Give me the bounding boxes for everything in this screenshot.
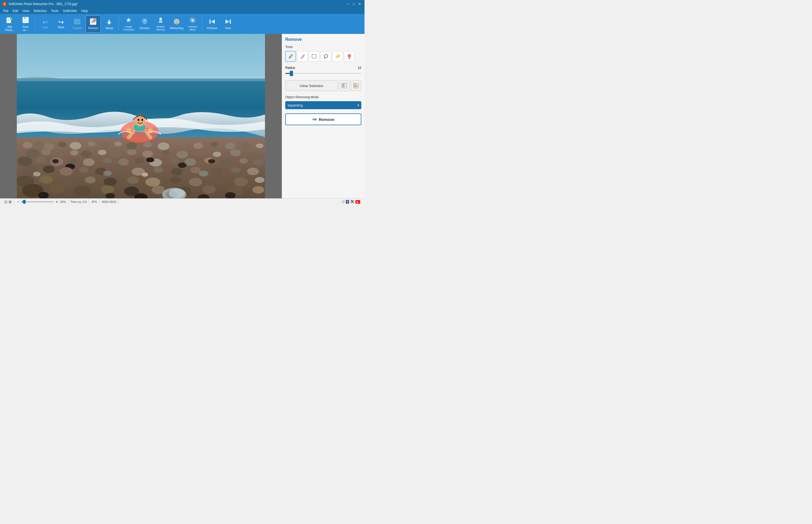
toolbar-remove-button[interactable]: ✏ ✕ Remove xyxy=(86,16,101,33)
svg-point-42 xyxy=(158,143,169,150)
menu-selection[interactable]: Selection xyxy=(32,9,49,13)
toolbar-colorize-button[interactable]: Colorizephoto xyxy=(185,16,200,33)
svg-rect-26 xyxy=(209,19,210,24)
zoom-slider[interactable] xyxy=(22,201,54,202)
minimize-button[interactable]: ─ xyxy=(345,1,351,7)
zoom-thumb[interactable] xyxy=(23,200,26,204)
fit-icon[interactable]: ⊡ xyxy=(4,200,7,204)
pencil-tool-button[interactable] xyxy=(285,51,296,62)
menu-file[interactable]: File xyxy=(1,9,11,13)
svg-point-120 xyxy=(202,185,216,194)
svg-point-99 xyxy=(142,173,148,177)
colorize-label: Colorizephoto xyxy=(188,26,197,31)
radius-slider-container[interactable] xyxy=(285,71,361,76)
svg-point-59 xyxy=(176,151,188,158)
svg-text:S: S xyxy=(4,3,5,5)
svg-point-33 xyxy=(34,142,42,146)
toolbar-redo-button[interactable]: ↪ Redo xyxy=(54,16,69,33)
svg-point-54 xyxy=(98,150,106,155)
svg-rect-157 xyxy=(354,87,356,87)
svg-point-112 xyxy=(255,177,265,183)
object-mode-section: Object Removing Mode Inpainting Content … xyxy=(285,95,361,109)
eraser-tool-button[interactable] xyxy=(297,51,308,62)
toolbar-previous-button[interactable]: Previous xyxy=(205,16,220,33)
svg-point-104 xyxy=(85,177,96,183)
svg-rect-154 xyxy=(342,87,344,87)
svg-point-48 xyxy=(256,143,264,148)
main-area: Remove Tools xyxy=(0,34,365,198)
toolbar-retouching-button[interactable]: Retouching xyxy=(169,16,184,33)
stamp-tool-button[interactable] xyxy=(344,51,355,62)
svg-point-85 xyxy=(43,165,55,173)
toolbar-sep-3 xyxy=(202,17,203,31)
zoom-level: 20% xyxy=(60,200,66,203)
redo-icon: ↪ xyxy=(58,19,64,26)
facebook-icon[interactable]: f xyxy=(346,200,349,204)
menu-view[interactable]: View xyxy=(20,9,32,13)
svg-text:+: + xyxy=(11,18,12,20)
svg-point-97 xyxy=(33,171,40,177)
object-mode-label: Object Removing Mode xyxy=(285,95,361,99)
menu-softorbits[interactable]: SoftOrbits xyxy=(61,9,79,13)
svg-point-116 xyxy=(101,185,114,194)
toolbar-undo-button[interactable]: ↩ Undo xyxy=(38,16,53,33)
toolbar-stamp-button[interactable]: Stamp xyxy=(102,16,117,33)
previous-label: Previous xyxy=(207,27,218,30)
magic-wand-tool-button[interactable] xyxy=(332,51,343,62)
svg-rect-27 xyxy=(230,19,231,24)
menu-edit[interactable]: Edit xyxy=(11,9,20,13)
remove-label: Remove xyxy=(88,27,98,30)
svg-point-140 xyxy=(141,119,143,121)
rect-select-tool-button[interactable] xyxy=(309,51,319,62)
youtube-icon[interactable]: ▶ xyxy=(355,200,360,204)
svg-rect-10 xyxy=(24,20,27,22)
svg-point-50 xyxy=(41,149,51,155)
zoom-in-button[interactable]: + xyxy=(55,200,59,204)
svg-point-100 xyxy=(199,170,208,177)
slider-track[interactable] xyxy=(285,73,361,74)
toolbar-original-button[interactable]: Original xyxy=(70,16,85,33)
svg-rect-11 xyxy=(74,19,80,24)
toolbar-next-button[interactable]: Next xyxy=(221,16,236,33)
svg-point-106 xyxy=(127,177,139,184)
toolbar-add-files-button[interactable]: + AddFile(s)... xyxy=(2,16,17,33)
image-correction-label: ImageCorrection xyxy=(123,26,134,31)
lasso-tool-button[interactable] xyxy=(320,51,331,62)
svg-point-65 xyxy=(35,157,46,163)
menu-help[interactable]: Help xyxy=(79,9,90,13)
close-button[interactable]: ✕ xyxy=(357,1,362,7)
zoom-fit-icon[interactable]: ⊞ xyxy=(9,200,12,204)
svg-point-78 xyxy=(253,159,264,166)
svg-rect-142 xyxy=(300,58,303,59)
svg-point-62 xyxy=(230,149,241,156)
window-title: SoftOrbits Photo Retoucher Pro - IMG_172… xyxy=(9,2,78,6)
svg-point-114 xyxy=(49,184,64,194)
svg-point-103 xyxy=(60,177,75,186)
svg-point-115 xyxy=(74,186,91,196)
zoom-out-button[interactable]: − xyxy=(16,200,20,204)
mode-dropdown[interactable]: Inpainting Content Aware Clone xyxy=(285,101,361,109)
maximize-button[interactable]: □ xyxy=(351,1,356,7)
panel-title: Remove xyxy=(285,37,361,42)
load-selection-button[interactable] xyxy=(351,80,361,91)
svg-rect-143 xyxy=(312,54,316,58)
save-selection-button[interactable] xyxy=(339,80,350,91)
slider-thumb[interactable] xyxy=(290,71,293,76)
twitter-icon[interactable] xyxy=(350,199,354,204)
svg-point-86 xyxy=(60,167,73,176)
svg-point-53 xyxy=(81,150,91,158)
toolbar-save-as-button[interactable]: Saveas... xyxy=(18,16,33,33)
right-panel: Remove Tools xyxy=(282,34,365,198)
add-files-icon: + xyxy=(6,16,13,25)
svg-point-21 xyxy=(174,19,179,24)
toolbar-denoise-button[interactable]: Denoise xyxy=(137,16,152,33)
toolbar-image-correction-button[interactable]: ImageCorrection xyxy=(121,16,136,33)
remove-action-button[interactable]: ⇒ Remove xyxy=(285,113,361,125)
info-icon[interactable]: ⓘ xyxy=(342,200,345,204)
canvas-area[interactable] xyxy=(0,34,282,198)
clear-selection-button[interactable]: Clear Selection xyxy=(285,80,338,91)
retouching-label: Retouching xyxy=(170,27,184,30)
menu-tools[interactable]: Tools xyxy=(49,9,61,13)
denoise-icon xyxy=(141,18,148,26)
toolbar-reduce-blurring-button[interactable]: Reduceblurring xyxy=(153,16,168,33)
